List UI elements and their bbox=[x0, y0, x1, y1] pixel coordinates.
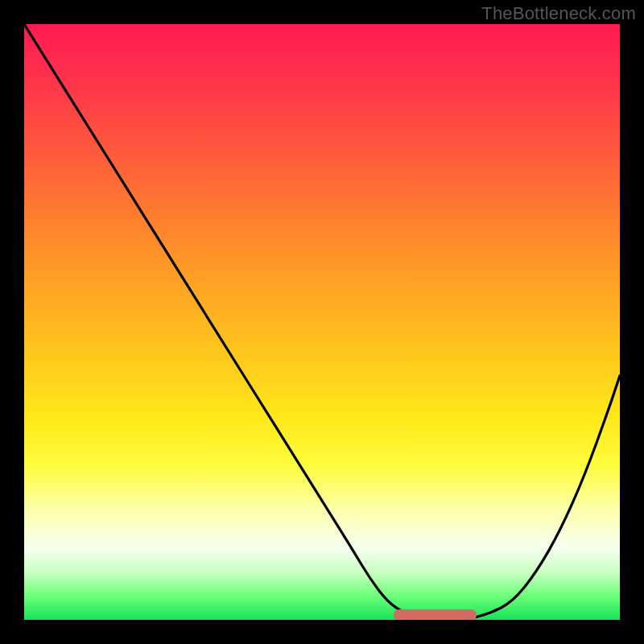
curve-svg bbox=[24, 24, 620, 620]
watermark-text: TheBottleneck.com bbox=[481, 3, 636, 24]
chart-container: TheBottleneck.com bbox=[0, 0, 644, 644]
flat-bottom-marker bbox=[394, 609, 477, 620]
plot-area bbox=[24, 24, 620, 620]
bottleneck-curve bbox=[24, 24, 620, 620]
